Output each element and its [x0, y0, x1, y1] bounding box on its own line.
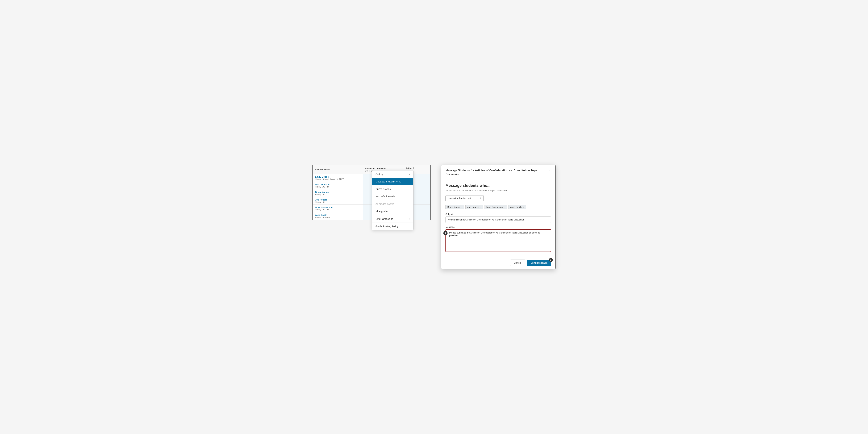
context-menu-item[interactable]: Set Default Grade: [372, 193, 413, 200]
recipient-name: Nora Sanderson: [487, 206, 503, 208]
recipient-tag: Bruce Jones×: [445, 205, 464, 209]
message-label-row: Message:: [445, 226, 551, 228]
modal-subtitle: for Articles of Confederation vs. Consti…: [445, 189, 551, 192]
student-name[interactable]: Joe Rogers: [315, 198, 361, 201]
remove-recipient-icon[interactable]: ×: [523, 206, 524, 208]
menu-item-label: All grades posted: [375, 203, 394, 205]
menu-item-label: Sort by: [375, 173, 383, 176]
modal-header: Message Students for Articles of Confede…: [441, 165, 555, 179]
student-name[interactable]: Max Johnson: [315, 183, 361, 186]
student-section: History 101 T-Th: [315, 186, 361, 188]
context-menu-item[interactable]: Hide grades: [372, 208, 413, 215]
modal-footer: Cancel Send Message 2: [441, 257, 555, 269]
send-message-label: Send Message: [531, 261, 548, 264]
remove-recipient-icon[interactable]: ×: [461, 206, 462, 208]
student-section: History 101 MWF: [315, 216, 361, 218]
recipient-tag: Joe Rogers×: [465, 205, 483, 209]
recipient-name: Joe Rogers: [467, 206, 479, 208]
modal-body: Message students who... for Articles of …: [441, 179, 555, 257]
context-menu-item[interactable]: Enter Grades as›: [372, 215, 413, 223]
menu-item-label: Set Default Grade: [375, 195, 395, 198]
cancel-button[interactable]: Cancel: [510, 259, 525, 266]
modal-title: Message Students for Articles of Confede…: [445, 168, 540, 176]
remove-recipient-icon[interactable]: ×: [480, 206, 481, 208]
message-field-wrapper: 1: [445, 229, 551, 253]
student-section: History 101: [315, 201, 361, 203]
submenu-arrow-icon: ›: [409, 218, 410, 220]
menu-item-label: Curve Grades: [375, 188, 391, 190]
context-menu-item[interactable]: Curve Grades: [372, 185, 413, 193]
assignment-col-title: Articles of Confedera...: [365, 167, 402, 170]
message-label: Message:: [445, 226, 551, 228]
main-container: Student Name Articles of Confedera... Ou…: [312, 165, 556, 270]
recipients-row: Bruce Jones×Joe Rogers×Nora Sanderson×Ja…: [445, 205, 551, 209]
student-name[interactable]: Bruce Jones: [315, 191, 361, 193]
student-section: History 101 and History 101 MWF: [315, 178, 361, 180]
filter-select[interactable]: Haven't submitted yetScored less thanSco…: [445, 195, 484, 201]
student-name[interactable]: Emily Boone: [315, 176, 361, 178]
message-modal: Message Students for Articles of Confede…: [441, 165, 556, 270]
recipient-name: Bruce Jones: [447, 206, 460, 208]
message-textarea[interactable]: [445, 229, 551, 252]
submenu-arrow-icon: ›: [409, 173, 410, 175]
modal-overlay: Message Students for Articles of Confede…: [441, 165, 556, 270]
subject-input[interactable]: [445, 216, 551, 223]
col-header-student: Student Name: [313, 165, 363, 174]
menu-item-label: Enter Grades as: [375, 218, 393, 220]
context-menu-item[interactable]: Sort by›: [372, 170, 413, 178]
context-menu: Sort by›Message Students WhoCurve Grades…: [372, 170, 413, 230]
modal-section-title: Message students who...: [445, 183, 551, 188]
recipient-name: Jane Smith: [510, 206, 522, 208]
close-icon[interactable]: ×: [547, 168, 551, 173]
menu-item-label: Grade Posting Policy: [375, 225, 398, 228]
left-panel: Student Name Articles of Confedera... Ou…: [312, 165, 431, 220]
send-message-button[interactable]: Send Message 2: [527, 260, 551, 266]
student-name[interactable]: Jane Smith: [315, 214, 361, 216]
student-name[interactable]: Nora Sanderson: [315, 206, 361, 209]
context-menu-item[interactable]: Message Students Who: [372, 178, 413, 185]
send-badge-2: 2: [549, 258, 553, 262]
recipient-tag: Jane Smith×: [508, 205, 526, 209]
menu-item-label: Hide grades: [375, 210, 389, 213]
context-menu-item[interactable]: Grade Posting Policy: [372, 223, 413, 230]
context-menu-item: All grades posted: [372, 200, 413, 208]
menu-item-label: Message Students Who: [375, 180, 401, 183]
student-section: History 101 T-Th: [315, 209, 361, 211]
remove-recipient-icon[interactable]: ×: [504, 206, 505, 208]
subject-label: Subject:: [445, 213, 551, 215]
filter-select-wrapper: Haven't submitted yetScored less thanSco…: [445, 195, 484, 201]
recipient-tag: Nora Sanderson×: [485, 205, 507, 209]
student-section: History 101: [315, 193, 361, 195]
